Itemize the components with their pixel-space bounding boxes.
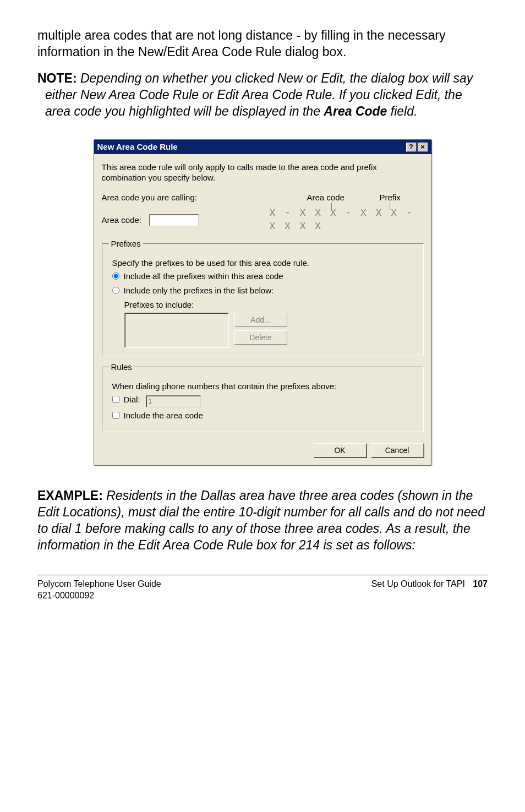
rules-legend: Rules: [109, 362, 134, 373]
column-area-code: Area code: [307, 193, 344, 202]
area-code-label: Area code:: [102, 215, 149, 226]
radio-include-all-label: Include all the prefixes within this are…: [124, 271, 283, 282]
footer-rule: [37, 575, 488, 575]
footer-right: Set Up Outlook for TAPI: [371, 579, 465, 588]
dial-checkbox[interactable]: Dial:: [112, 394, 140, 405]
dialog-description: This area code rule will only apply to c…: [102, 162, 424, 183]
note-paragraph: NOTE: Depending on whether you clicked N…: [37, 70, 488, 120]
prefixes-legend: Prefixes: [109, 238, 143, 249]
example-label: EXAMPLE:: [37, 488, 106, 503]
dialog-titlebar: New Area Code Rule ? ×: [94, 140, 431, 154]
radio-include-below-label: Include only the prefixes in the list be…: [124, 285, 274, 296]
area-code-input[interactable]: [149, 214, 199, 226]
rules-group: Rules When dialing phone numbers that co…: [102, 362, 424, 432]
include-area-code-checkbox[interactable]: Include the area code: [112, 410, 203, 421]
rules-desc: When dialing phone numbers that contain …: [112, 381, 417, 392]
prefixes-desc: Specify the prefixes to be used for this…: [112, 258, 417, 269]
cancel-button[interactable]: Cancel: [371, 443, 424, 457]
phone-format: X - X X X - X X X - X X X X: [270, 207, 424, 233]
radio-include-all-input[interactable]: [112, 273, 119, 280]
add-button[interactable]: Add...: [234, 313, 287, 327]
close-icon[interactable]: ×: [418, 143, 428, 152]
footer-left-1: Polycom Telephone User Guide: [37, 579, 161, 590]
area-code-calling-label: Area code you are calling:: [102, 192, 267, 203]
delete-button[interactable]: Delete: [234, 330, 287, 345]
include-area-code-label: Include the area code: [124, 410, 203, 421]
radio-include-below-input[interactable]: [112, 287, 119, 294]
include-area-code-checkbox-input[interactable]: [112, 412, 119, 419]
radio-include-below[interactable]: Include only the prefixes in the list be…: [112, 285, 274, 296]
dial-checkbox-input[interactable]: [112, 396, 119, 403]
prefixes-include-label: Prefixes to include:: [124, 299, 417, 310]
page-number: 107: [473, 579, 488, 588]
new-area-code-rule-dialog: New Area Code Rule ? × This area code ru…: [94, 139, 432, 466]
note-field-ref: Area Code: [324, 104, 387, 118]
prefixes-group: Prefixes Specify the prefixes to be used…: [102, 238, 424, 356]
intro-paragraph: multiple area codes that are not long di…: [37, 28, 488, 61]
note-label: NOTE:: [37, 71, 77, 85]
example-paragraph: EXAMPLE: Residents in the Dallas area ha…: [37, 488, 488, 554]
column-prefix: Prefix: [380, 193, 401, 202]
help-icon[interactable]: ?: [406, 143, 417, 152]
note-text-2: field.: [387, 104, 417, 118]
footer-left-2: 621-00000092: [37, 590, 161, 602]
radio-include-all[interactable]: Include all the prefixes within this are…: [112, 271, 283, 282]
dialog-title: New Area Code Rule: [97, 141, 178, 152]
dial-input[interactable]: 1: [146, 395, 201, 407]
ok-button[interactable]: OK: [314, 443, 367, 457]
dial-label: Dial:: [124, 394, 140, 405]
page-footer: Polycom Telephone User Guide 621-0000009…: [37, 579, 488, 602]
prefixes-listbox[interactable]: [124, 313, 229, 348]
